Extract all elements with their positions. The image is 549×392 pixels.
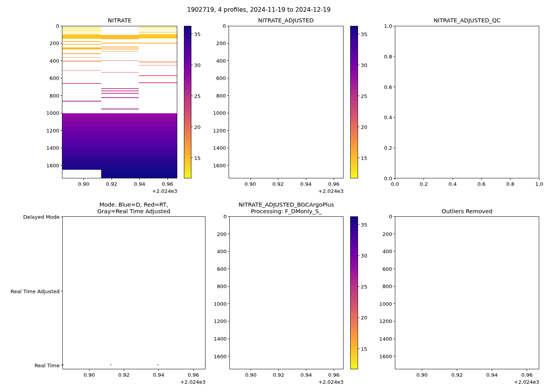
y-tick-label: 1600 [213,163,226,168]
colorbar-tick-label: 30 [361,253,367,258]
nitrate-stripe [62,27,101,27]
nitrate-stripe [101,47,139,47]
x-tick-mark [453,178,453,180]
nitrate-solid-band [62,157,101,162]
y-tick-mark [60,78,62,78]
y-tick-label: 400 [382,249,392,254]
nitrate-stripe [62,53,101,54]
y-tick-label: 1600 [379,354,392,359]
y-tick-mark [393,117,395,118]
nitrate-solid-band [62,122,101,127]
x-tick-label: 0.96 [521,372,533,377]
plot-title-nitrate-adjusted: NITRATE_ADJUSTED [258,17,314,24]
colorbar-tick-label: 15 [194,155,201,160]
y-tick-label: 1.0 [384,24,392,29]
nitrate-solid-band [62,152,101,157]
y-tick-label: 200 [382,231,392,236]
x-tick-mark [84,178,84,180]
y-tick-mark [60,165,62,165]
nitrate-solid-band [101,148,139,153]
nitrate-solid-band [101,135,139,140]
nitrate-solid-band [62,131,101,135]
nitrate-stripe [139,65,177,66]
plot-title-bgcargoplus-line2: Processing: F_DMonly_S_ [238,208,334,215]
y-tick-label: 1400 [213,145,226,151]
y-tick-label: 1400 [46,145,59,151]
x-tick-label: 0.96 [188,372,199,377]
nitrate-solid-band [139,122,177,127]
x-tick-label: 0.92 [273,181,284,187]
x-tick-mark [89,369,89,371]
colorbar-tick-label: 35 [361,222,367,227]
x-tick-mark [492,369,492,371]
y-tick-mark [228,303,229,304]
colorbar-tick-label: 25 [361,284,367,289]
nitrate-stripe [139,75,177,76]
plot-title-bgcargoplus: NITRATE_ADJUSTED_BGCArgoPlus Processing:… [238,201,334,215]
nitrate-stripe [62,28,101,29]
y-tick-mark [227,26,229,26]
x-tick-label: 0.94 [486,372,498,377]
mode-data-point [63,364,64,365]
nitrate-solid-band [139,140,177,144]
nitrate-stripe [139,27,177,28]
colorbar-tick-label: 25 [361,93,367,98]
x-tick-label: 0.92 [118,372,130,377]
y-tick-label: 0.6 [384,84,392,89]
nitrate-stripe [101,88,139,89]
y-tick-label: 1000 [379,301,392,306]
y-tick-label: 400 [217,249,227,254]
nitrate-solid-band [139,157,177,162]
y-tick-label: 0 [389,214,392,219]
nitrate-stripe [101,93,139,94]
nitrate-stripe [62,101,101,102]
y-tick-mark [227,113,229,113]
y-tick-mark [227,60,229,61]
y-tick-mark [227,148,229,148]
nitrate-stripe [139,32,177,33]
x-tick-label: 0.96 [328,372,340,377]
x-tick-label: 0.92 [451,372,463,377]
nitrate-solid-band [101,144,139,149]
y-tick-label: 1600 [214,354,227,359]
nitrate-stripe [139,43,177,44]
y-tick-label: 1200 [214,319,227,324]
y-tick-label: 1200 [46,128,59,133]
x-tick-label: 0.4 [449,181,457,187]
nitrate-stripe [101,49,139,49]
x-tick-label: 0.92 [106,181,117,187]
nitrate-solid-band [62,118,101,122]
x-tick-mark [422,369,422,371]
nitrate-solid-band [101,122,139,127]
x-axis-offset-label: +2.024e3 [514,379,539,385]
mode-scatter [63,217,205,369]
nitrate-adjusted-qc-plot-area [395,26,539,178]
nitrate-stripe [139,29,177,30]
y-tick-mark [228,234,229,234]
plot-title-nitrate: NITRATE [108,17,131,24]
colorbar-tick-label: 20 [361,124,367,129]
x-axis-offset-label: +2.024e3 [152,189,177,194]
nitrate-adjusted-empty [229,26,343,178]
nitrate-stripe [62,61,101,62]
nitrate-solid-band [62,148,101,153]
nitrate-solid-band [139,170,177,174]
y-tick-mark [227,43,229,44]
nitrate-solid-band [62,135,101,140]
y-tick-mark [393,321,395,321]
nitrate-stripe [62,30,101,31]
nitrate-stripe [62,32,101,33]
x-tick-label: 0.90 [245,181,256,187]
outliers-removed-empty [395,217,539,369]
colorbar-tick-mark [358,255,360,256]
nitrate-solid-band [62,144,101,149]
y-tick-mark [393,56,395,56]
y-tick-label: 0.2 [384,145,392,151]
plot-title-bgcargoplus-line1: NITRATE_ADJUSTED_BGCArgoPlus [238,201,334,208]
nitrate-solid-band [139,165,177,170]
nitrate-stripe [139,82,177,83]
colorbar-tick-mark [191,65,193,65]
plot-title-outliers-removed: Outliers Removed [442,208,492,215]
y-tick-mark [61,291,62,291]
x-tick-mark [481,178,482,180]
